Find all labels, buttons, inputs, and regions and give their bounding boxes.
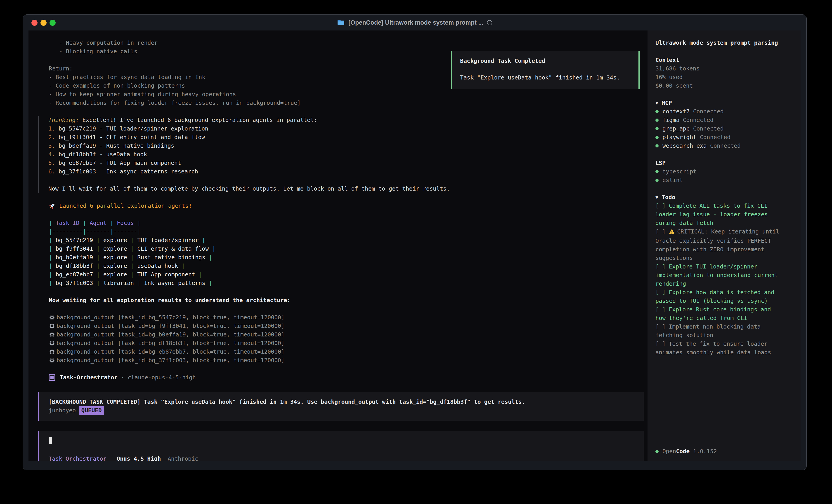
context-stat-line: 16% used [655, 73, 792, 82]
cell-focus: useData hook [137, 262, 178, 269]
item-number: 4. [48, 151, 55, 158]
thinking-agent-item: 6.bg_37f1c003 - Ink async patterns resea… [48, 167, 648, 176]
mcp-server-item: context7 Connected [655, 107, 792, 116]
gear-icon [49, 340, 56, 346]
window-title: [OpenCode] Ultrawork mode system prompt … [348, 19, 484, 26]
tool-call-text: background_output [task_id=bg_5547c219, … [56, 313, 284, 322]
item-number: 6. [48, 168, 55, 175]
table-row: |bg_f9ff3041|explore|CLI entry & data fl… [49, 245, 648, 253]
table-row: |bg_eb87ebb7|explore|TUI App component| [49, 270, 648, 279]
waiting-line: Now waiting for all exploration results … [38, 296, 648, 305]
window-title-group: [OpenCode] Ultrawork mode system prompt … [337, 19, 492, 26]
pipe: | [83, 220, 86, 226]
app-version: 1.0.152 [693, 447, 717, 456]
todo-item: [ ]CRITICAL: Keep iterating until Oracle… [655, 227, 782, 262]
thinking-label: Thinking: [48, 117, 79, 123]
cell-focus: TUI App component [137, 271, 195, 278]
tool-call-text: background_output [task_id=bg_b0effa19, … [56, 330, 284, 339]
agent-icon [49, 374, 55, 381]
lsp-server-list: typescript eslint [655, 167, 792, 185]
status-dot-icon [655, 110, 658, 113]
mcp-server-status: Connected [710, 142, 740, 150]
zoom-button[interactable] [50, 20, 56, 26]
brand-name: Open [662, 447, 676, 456]
gear-icon [49, 314, 56, 320]
status-dot-icon [655, 450, 658, 453]
agent-attribution: Task-Orchestrator · claude-opus-4-5-high [38, 373, 648, 382]
chevron-down-icon: ▼ [655, 99, 658, 107]
mcp-server-item: playwright Connected [655, 133, 792, 142]
mcp-server-item: websearch_exa Connected [655, 142, 792, 150]
thinking-outro: Now I'll wait for all of them to complet… [48, 185, 648, 193]
tool-call-line: background_output [task_id=bg_f9ff3041, … [49, 322, 648, 330]
cell-focus: TUI loader/spinner [137, 237, 199, 244]
mcp-server-name: websearch_exa [662, 142, 707, 150]
todo-text: Explore how data is fetched and passed t… [655, 289, 774, 304]
traffic-lights [31, 15, 56, 30]
agent-name: Task-Orchestrator [60, 373, 118, 382]
mcp-server-status: Connected [700, 133, 730, 142]
minimize-button[interactable] [41, 20, 47, 26]
table-header-cell: Agent [89, 220, 106, 226]
status-dot-icon [655, 144, 658, 147]
task-completed-meta: junhoyeoQUEUED [49, 406, 634, 415]
item-text: bg_37f1c003 - Ink async patterns researc… [58, 168, 198, 175]
lsp-server-item: eslint [655, 176, 792, 185]
table-body: |bg_5547c219|explore|TUI loader/spinner|… [49, 236, 648, 287]
todo-text: Explore Rust core bindings and how they'… [655, 306, 771, 321]
todo-item: [ ]Implement non-blocking data fetching … [655, 323, 782, 340]
cell-agent: explore [103, 271, 127, 278]
todo-text: Implement non-blocking data fetching sol… [655, 324, 761, 338]
cell-task-id: bg_eb87ebb7 [56, 271, 93, 278]
input-meta: Task-OrchestratorOpus 4.5 HighAnthropic [49, 454, 634, 461]
launch-banner-text: Launched 6 parallel exploration agents! [59, 202, 192, 210]
sidebar-footer: OpenCode 1.0.152 [655, 447, 792, 456]
rocket-icon [49, 202, 56, 209]
separator-dot: · [121, 373, 124, 382]
table-header-row: |Task ID|Agent|Focus| [49, 219, 648, 227]
item-text: bg_5547c219 - TUI loader/spinner explora… [58, 125, 208, 132]
cell-agent: explore [103, 246, 127, 252]
launch-banner: Launched 6 parallel exploration agents! [38, 202, 648, 210]
gear-icon [49, 348, 56, 355]
chevron-down-icon: ▼ [655, 193, 658, 202]
input-line[interactable] [49, 436, 634, 445]
mcp-server-name: playwright [662, 133, 697, 142]
close-button[interactable] [31, 20, 37, 26]
item-number: 2. [48, 134, 55, 140]
cell-focus: CLI entry & data flow [137, 246, 209, 252]
mcp-server-status: Connected [693, 124, 724, 133]
todo-item: [ ]Explore Rust core bindings and how th… [655, 305, 782, 323]
gear-icon [49, 357, 56, 364]
cell-focus: Ink async patterns [144, 280, 205, 286]
status-dot-icon [655, 118, 658, 122]
todo-list: [ ]Complete ALL tasks to fix CLI loader … [655, 202, 792, 357]
text-cursor [49, 438, 52, 444]
folder-icon [337, 20, 345, 26]
item-text: bg_b0effa19 - Rust native bindings [58, 142, 174, 149]
cell-agent: librarian [103, 280, 134, 286]
task-completed-block: [BACKGROUND TASK COMPLETED] Task "Explor… [38, 392, 644, 421]
todo-item: [ ]Explore TUI loader/spinner implementa… [655, 262, 782, 288]
cell-agent: explore [103, 262, 127, 269]
status-dot-icon [655, 136, 658, 139]
thinking-agent-item: 1.bg_5547c219 - TUI loader/spinner explo… [48, 124, 648, 133]
terminal-window: [OpenCode] Ultrawork mode system prompt … [23, 15, 807, 470]
item-text: bg_df18bb3f - useData hook [58, 151, 147, 158]
context-stats: 31,686 tokens16% used$0.00 spent [655, 64, 792, 90]
cell-task-id: bg_5547c219 [56, 237, 93, 244]
pipe: | [49, 220, 52, 226]
toast-body: Task "Explore useData hook" finished in … [460, 74, 630, 82]
tool-call-text: background_output [task_id=bg_df18bb3f, … [56, 339, 284, 347]
mcp-server-name: figma [662, 116, 679, 124]
blank-line [48, 176, 648, 185]
todo-checkbox: [ ] [655, 228, 666, 235]
toast-title: Background Task Completed [460, 57, 630, 65]
mcp-server-name: context7 [662, 107, 690, 116]
todo-item: [ ]Explore how data is fetched and passe… [655, 288, 782, 305]
tool-call-text: background_output [task_id=bg_37f1c003, … [56, 356, 284, 365]
prompt-input[interactable]: Task-OrchestratorOpus 4.5 HighAnthropic [38, 431, 644, 461]
item-text: bg_f9ff3041 - CLI entry point and data f… [58, 134, 205, 140]
tool-result-line: - Recommendations for fixing loader free… [49, 99, 648, 107]
mcp-server-item: grep_app Connected [655, 124, 792, 133]
